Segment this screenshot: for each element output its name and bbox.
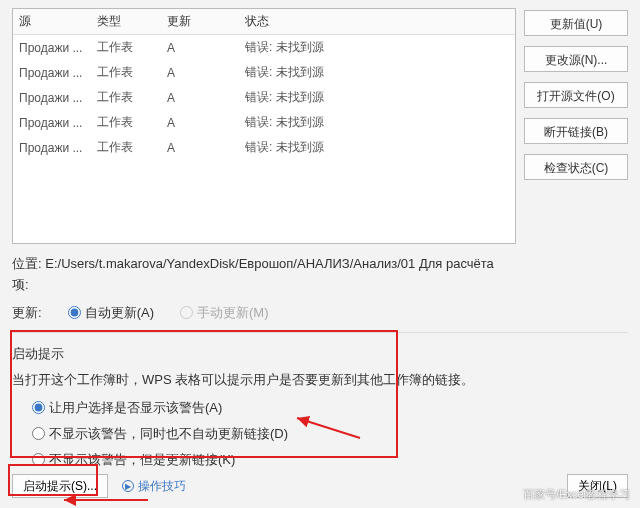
cell-type: 工作表 bbox=[91, 110, 161, 135]
tips-label: 操作技巧 bbox=[138, 478, 186, 495]
close-button[interactable]: 关闭(L) bbox=[567, 474, 628, 498]
cell-update: A bbox=[161, 110, 239, 135]
upper-section: 源 类型 更新 状态 Продажи ...工作表A错误: 未找到源Продаж… bbox=[12, 8, 628, 244]
links-table[interactable]: 源 类型 更新 状态 Продажи ...工作表A错误: 未找到源Продаж… bbox=[13, 9, 515, 160]
table-row[interactable]: Продажи ...工作表A错误: 未找到源 bbox=[13, 135, 515, 160]
startup-opt-update[interactable]: 不显示该警告，但是更新链接(K) bbox=[32, 451, 628, 469]
update-manual-option: 手动更新(M) bbox=[180, 304, 269, 322]
side-buttons: 更新值(U) 更改源(N)... 打开源文件(O) 断开链接(B) 检查状态(C… bbox=[524, 8, 628, 244]
table-row[interactable]: Продажи ...工作表A错误: 未找到源 bbox=[13, 60, 515, 85]
separator bbox=[12, 332, 628, 333]
cell-status: 错误: 未找到源 bbox=[239, 135, 515, 160]
cell-update: A bbox=[161, 60, 239, 85]
cell-status: 错误: 未找到源 bbox=[239, 110, 515, 135]
open-source-button[interactable]: 打开源文件(O) bbox=[524, 82, 628, 108]
links-table-wrap: 源 类型 更新 状态 Продажи ...工作表A错误: 未找到源Продаж… bbox=[12, 8, 516, 244]
update-manual-radio bbox=[180, 306, 193, 319]
cell-type: 工作表 bbox=[91, 85, 161, 110]
cell-source: Продажи ... bbox=[13, 110, 91, 135]
update-auto-label: 自动更新(A) bbox=[85, 304, 154, 322]
startup-noupdate-radio[interactable] bbox=[32, 427, 45, 440]
startup-prompt-button[interactable]: 启动提示(S)... bbox=[12, 474, 108, 498]
location-label: 位置: bbox=[12, 256, 42, 271]
cell-source: Продажи ... bbox=[13, 60, 91, 85]
startup-ask-label: 让用户选择是否显示该警告(A) bbox=[49, 399, 222, 417]
startup-noupdate-label: 不显示该警告，同时也不自动更新链接(D) bbox=[49, 425, 288, 443]
startup-title: 启动提示 bbox=[12, 345, 628, 363]
cell-source: Продажи ... bbox=[13, 135, 91, 160]
cell-source: Продажи ... bbox=[13, 85, 91, 110]
table-row[interactable]: Продажи ...工作表A错误: 未找到源 bbox=[13, 110, 515, 135]
update-auto-radio[interactable] bbox=[68, 306, 81, 319]
edit-links-dialog: 源 类型 更新 状态 Продажи ...工作表A错误: 未找到源Продаж… bbox=[0, 0, 640, 508]
cell-status: 错误: 未找到源 bbox=[239, 85, 515, 110]
update-manual-label: 手动更新(M) bbox=[197, 304, 269, 322]
cell-status: 错误: 未找到源 bbox=[239, 60, 515, 85]
break-link-button[interactable]: 断开链接(B) bbox=[524, 118, 628, 144]
cell-source: Продажи ... bbox=[13, 35, 91, 61]
cell-update: A bbox=[161, 135, 239, 160]
cell-update: A bbox=[161, 35, 239, 61]
cell-type: 工作表 bbox=[91, 135, 161, 160]
startup-group: 启动提示 当打开这个工作簿时，WPS 表格可以提示用户是否要更新到其他工作簿的链… bbox=[12, 341, 628, 471]
startup-update-label: 不显示该警告，但是更新链接(K) bbox=[49, 451, 235, 469]
startup-update-radio[interactable] bbox=[32, 453, 45, 466]
table-row[interactable]: Продажи ...工作表A错误: 未找到源 bbox=[13, 85, 515, 110]
bottom-bar: 启动提示(S)... ▶ 操作技巧 关闭(L) bbox=[12, 474, 628, 498]
update-auto-option[interactable]: 自动更新(A) bbox=[68, 304, 154, 322]
col-type[interactable]: 类型 bbox=[91, 9, 161, 35]
tips-link[interactable]: ▶ 操作技巧 bbox=[122, 478, 186, 495]
location-path: E:/Users/t.makarova/YandexDisk/Еврошоп/А… bbox=[45, 256, 494, 271]
change-source-button[interactable]: 更改源(N)... bbox=[524, 46, 628, 72]
startup-options: 让用户选择是否显示该警告(A) 不显示该警告，同时也不自动更新链接(D) 不显示… bbox=[12, 399, 628, 469]
update-mode-row: 更新: 自动更新(A) 手动更新(M) bbox=[12, 304, 628, 322]
item-label: 项: bbox=[12, 277, 29, 292]
location-block: 位置: E:/Users/t.makarova/YandexDisk/Еврош… bbox=[12, 254, 628, 296]
check-status-button[interactable]: 检查状态(C) bbox=[524, 154, 628, 180]
col-status[interactable]: 状态 bbox=[239, 9, 515, 35]
table-row[interactable]: Продажи ...工作表A错误: 未找到源 bbox=[13, 35, 515, 61]
startup-ask-radio[interactable] bbox=[32, 401, 45, 414]
startup-opt-no-update[interactable]: 不显示该警告，同时也不自动更新链接(D) bbox=[32, 425, 628, 443]
col-update[interactable]: 更新 bbox=[161, 9, 239, 35]
startup-opt-ask[interactable]: 让用户选择是否显示该警告(A) bbox=[32, 399, 628, 417]
update-label: 更新: bbox=[12, 304, 42, 322]
cell-type: 工作表 bbox=[91, 60, 161, 85]
links-tbody: Продажи ...工作表A错误: 未找到源Продажи ...工作表A错误… bbox=[13, 35, 515, 161]
cell-type: 工作表 bbox=[91, 35, 161, 61]
cell-status: 错误: 未找到源 bbox=[239, 35, 515, 61]
play-icon: ▶ bbox=[122, 480, 134, 492]
update-value-button[interactable]: 更新值(U) bbox=[524, 10, 628, 36]
cell-update: A bbox=[161, 85, 239, 110]
col-source[interactable]: 源 bbox=[13, 9, 91, 35]
startup-desc: 当打开这个工作簿时，WPS 表格可以提示用户是否要更新到其他工作簿的链接。 bbox=[12, 371, 628, 389]
